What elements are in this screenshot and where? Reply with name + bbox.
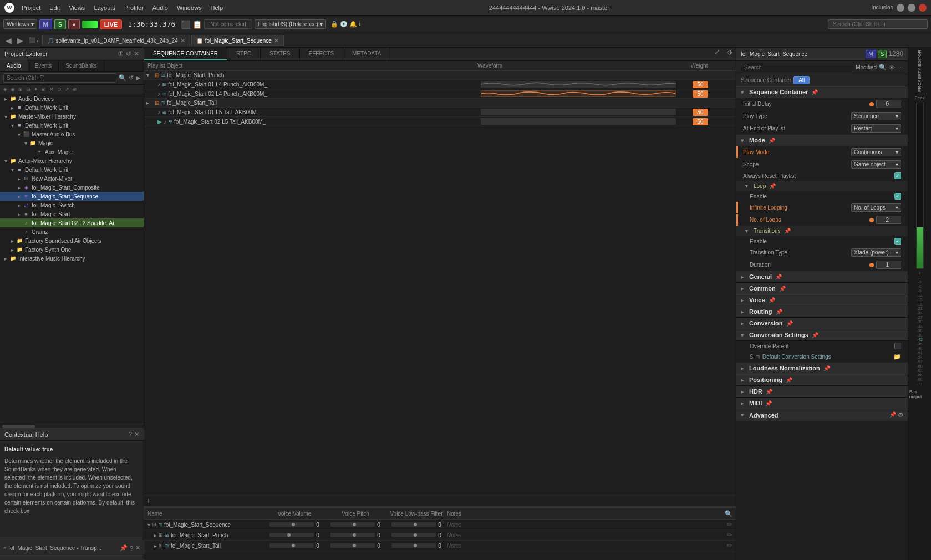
pin-icon-adv[interactable]: 📌 [889, 411, 896, 419]
tab-rtpc[interactable]: RTPC [227, 48, 261, 60]
pin-icon-routing[interactable]: 📌 [776, 309, 782, 315]
pe-tool-3[interactable]: ⊞ [17, 86, 24, 93]
menu-edit[interactable]: Edit [45, 3, 64, 12]
tree-item-new-actor-mixer[interactable]: ▸ ⊕ New Actor-Mixer [0, 174, 144, 183]
section-midi[interactable]: ▸ MIDI 📌 [736, 398, 908, 409]
section-sequence-container[interactable]: ▾ Sequence Container 📌 [736, 86, 908, 98]
pin-icon-pos[interactable]: 📌 [786, 377, 792, 383]
expand-arrow-seq[interactable]: ▾ [147, 522, 150, 528]
section-positioning[interactable]: ▸ Positioning 📌 [736, 374, 908, 386]
pe-tool-4[interactable]: ⊟ [25, 86, 32, 93]
more-prop-icon[interactable]: ⋯ [897, 64, 903, 71]
always-reset-checkbox[interactable]: ✓ [894, 172, 901, 179]
section-general[interactable]: ▸ General 📌 [736, 271, 908, 283]
lpf-slider-punch[interactable] [391, 533, 436, 537]
menu-views[interactable]: Views [65, 3, 89, 12]
pin-icon-voice[interactable]: 📌 [769, 297, 775, 303]
expand-icon[interactable]: ⤢ [711, 48, 724, 60]
end-playlist-dropdown[interactable]: Restart ▾ [851, 124, 901, 133]
pe-tool-8[interactable]: ⊙ [56, 86, 63, 93]
tree-hscroll[interactable] [0, 424, 144, 428]
section-voice[interactable]: ▸ Voice 📌 [736, 294, 908, 306]
section-loudness[interactable]: ▸ Loudness Normalization 📌 [736, 363, 908, 374]
menu-audio[interactable]: Audio [149, 3, 172, 12]
transport-pin-icon[interactable]: 📌 [120, 544, 128, 552]
pin-icon-seq[interactable]: 📌 [811, 89, 818, 95]
tab-states[interactable]: STATES [261, 48, 299, 60]
search-icon-prop[interactable]: 🔍 [879, 64, 887, 71]
pin-icon-trans[interactable]: 📌 [784, 228, 791, 234]
pe-tool-5[interactable]: ✦ [33, 86, 39, 93]
menu-project[interactable]: Project [18, 3, 44, 12]
pe-tool-2[interactable]: ◉ [9, 86, 16, 93]
section-conv-settings[interactable]: ▾ Conversion Settings 📌 [736, 329, 908, 341]
tree-item-grainz[interactable]: ♪ Grainz [0, 227, 144, 236]
tab-seq-close[interactable]: ✕ [274, 37, 279, 44]
pe-tool-10[interactable]: ⊕ [72, 86, 78, 93]
section-hdr[interactable]: ▸ HDR 📌 [736, 386, 908, 398]
tab-effects[interactable]: EFFECTS [300, 48, 344, 60]
tree-item-magic[interactable]: ▾ 📁 Magic [0, 139, 144, 147]
expand-arrow-tail[interactable]: ▸ [154, 543, 157, 549]
tree-item-sequence[interactable]: ▸ ≡ fol_Magic_Start_Sequence [0, 192, 144, 201]
settings-btn2[interactable]: 📋 [192, 20, 202, 29]
transport-question-icon[interactable]: ? [130, 545, 133, 552]
pe-close[interactable]: ✕ [134, 50, 139, 58]
volume-slider-tail[interactable] [269, 543, 314, 548]
tree-item-audio-devices[interactable]: ▸ 📁 Audio Devices [0, 94, 144, 103]
tree-item-aux-magic[interactable]: + Aux_Magic [0, 147, 144, 156]
pin-icon-midi[interactable]: 📌 [765, 400, 772, 406]
trans-type-dropdown[interactable]: Xfade (power) ▾ [851, 248, 901, 257]
tree-item-magic-start[interactable]: ▸ ■ fol_Magic_Start [0, 210, 144, 218]
menu-windows[interactable]: Windows [173, 3, 206, 12]
external-icon[interactable]: ⬗ [724, 48, 736, 60]
tab-audio-close[interactable]: ✕ [180, 37, 185, 44]
arrow-icon[interactable]: ▶ [136, 74, 140, 82]
tab-sequence-container[interactable]: SEQUENCE CONTAINER [144, 48, 227, 60]
menu-layouts[interactable]: Layouts [90, 3, 119, 12]
search-icon[interactable]: 🔍 [119, 74, 126, 82]
menu-help[interactable]: Help [207, 3, 227, 12]
prop-tab-seq-container[interactable]: Sequence Container [741, 77, 791, 83]
tab-audio-file[interactable]: 🎵 sollevante_lp_v01_DAMF_Nearfield_48k_2… [42, 35, 190, 46]
add-playlist-btn[interactable]: + [146, 496, 151, 505]
volume-slider-punch[interactable] [269, 533, 314, 537]
duration-input[interactable] [876, 261, 901, 269]
tree-item-master-mixer[interactable]: ▾ 📁 Master-Mixer Hierarchy [0, 112, 144, 121]
tree-item-composite[interactable]: ▸ ◈ fol_Magic_Start_Composite [0, 183, 144, 192]
pitch-slider-punch[interactable] [330, 533, 375, 537]
lpf-slider-tail[interactable] [391, 543, 436, 548]
pe-tool-9[interactable]: ↗ [64, 86, 70, 93]
pin-icon-hdr[interactable]: 📌 [766, 389, 772, 395]
tab-events[interactable]: Events [28, 60, 59, 71]
section-common[interactable]: ▸ Common 📌 [736, 283, 908, 294]
pe-tool-7[interactable]: ✕ [48, 86, 55, 93]
back-button[interactable]: ◀ [3, 36, 14, 45]
sync-icon[interactable]: ↺ [129, 74, 134, 82]
lpf-slider-seq[interactable] [391, 522, 436, 527]
tree-item-master-audio-bus[interactable]: ▾ ⬛ Master Audio Bus [0, 130, 144, 139]
m-button[interactable]: M [39, 19, 52, 29]
language-dropdown[interactable]: English(US) (Reference) ▾ [255, 19, 326, 29]
play-mode-dropdown[interactable]: Continuous ▾ [851, 148, 901, 156]
infinite-looping-dropdown[interactable]: No. of Loops ▾ [851, 203, 901, 212]
pin-icon-common[interactable]: 📌 [779, 286, 786, 292]
pitch-slider-seq[interactable] [330, 522, 375, 527]
expand-arrow-punch[interactable]: ▸ [154, 532, 157, 538]
project-search-input[interactable] [3, 73, 116, 83]
section-conversion[interactable]: ▸ Conversion 📌 [736, 318, 908, 329]
play-type-dropdown[interactable]: Sequence ▾ [851, 112, 901, 120]
tab-audio[interactable]: Audio [0, 60, 28, 71]
voice-search-icon[interactable]: 🔍 [725, 510, 732, 517]
tree-item-interactive-music[interactable]: ▸ 📁 Interactive Music Hierarchy [0, 254, 144, 263]
close-btn[interactable] [919, 4, 927, 12]
pin-icon-mode[interactable]: 📌 [769, 138, 775, 144]
transport-close-icon[interactable]: ✕ [135, 544, 140, 552]
maximize-btn[interactable] [908, 4, 915, 12]
edit-icon-punch[interactable]: ✏ [727, 531, 732, 539]
help-question-icon[interactable]: ? [129, 431, 132, 438]
section-loop[interactable]: ▾ Loop 📌 [736, 181, 908, 191]
s-prop-btn[interactable]: S [878, 50, 887, 58]
live-button[interactable]: LIVE [100, 19, 122, 29]
prop-tab-all[interactable]: All [793, 76, 810, 84]
